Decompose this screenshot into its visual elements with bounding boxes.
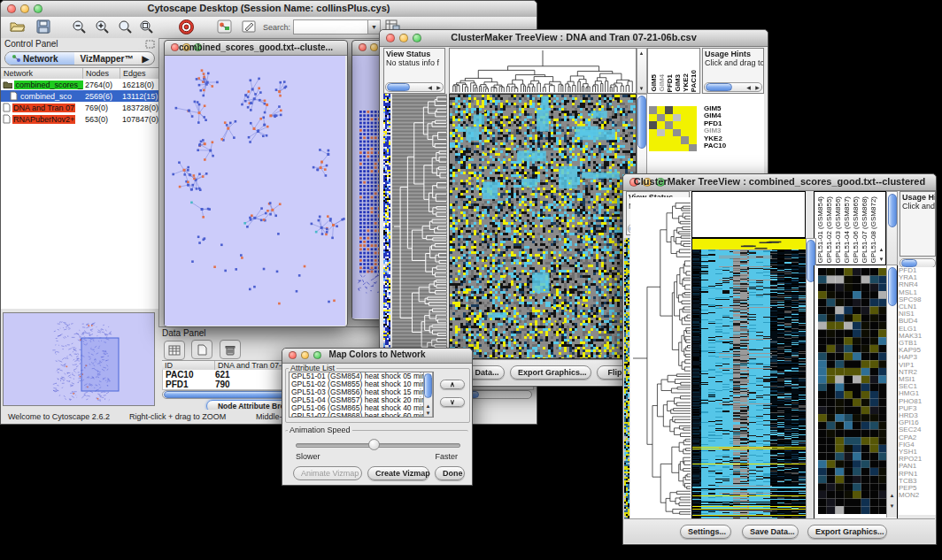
create-vizmap-button[interactable]: Create Vizmap [367, 466, 429, 480]
tv2-labels-up-icon[interactable]: ▲ [877, 247, 885, 252]
matrix-cell [689, 114, 697, 122]
folder-icon [3, 81, 12, 89]
tv2-column-labels: GPL51-01 (GSM854)GPL51-02 (GSM855)GPL51-… [816, 191, 878, 264]
matrix-cell [657, 121, 665, 129]
network-row[interactable]: DNA and Tran 07 769(0) 183728(0) [1, 102, 158, 113]
annotation-icon[interactable] [242, 19, 257, 34]
matrix-cell [681, 121, 689, 129]
matrix-cell [649, 136, 657, 144]
tv2-usage-hints-panel: Usage Hi Click and [900, 191, 936, 257]
matrix-cell [665, 144, 673, 152]
network-tab-icon [12, 54, 20, 63]
tv2-labels-vscroll[interactable] [886, 191, 898, 265]
new-attribute-icon[interactable] [191, 340, 212, 359]
matrix-cell [665, 136, 673, 144]
file-icon [3, 103, 11, 112]
network-table-header: Network Nodes Edges [1, 67, 158, 80]
matrix-cell [657, 129, 665, 137]
tv1-row-dendrogram[interactable] [392, 94, 447, 359]
tv1-column-dendrogram-panel[interactable] [449, 48, 637, 94]
tv1-usage-hints-panel: Usage Hints Click and drag tc ◀▶ [702, 48, 764, 94]
network-overview-panel[interactable] [3, 312, 155, 406]
tv2-export-graphics-button[interactable]: Export Graphics... [807, 525, 887, 539]
tab-vizmapper[interactable]: VizMapper™ [74, 52, 140, 65]
tv1-usage-scrollbar[interactable]: ◀▶ [704, 82, 762, 92]
help-lifebuoy-icon[interactable] [178, 19, 195, 35]
tv2-heatmap[interactable] [691, 238, 807, 519]
tv1-col-vscroll[interactable]: ▲▼ [637, 48, 647, 94]
tv2-settings-button[interactable]: Settings... [680, 525, 731, 539]
move-attribute-up-button[interactable]: ∧ [440, 380, 465, 389]
tv2-column-label: GPL51-06 (GSM865) [852, 196, 861, 264]
tv1-status-scrollbar[interactable]: ◀▶ [385, 82, 444, 92]
treeview-dna-title: ClusterMaker TreeView : DNA and Tran 07-… [380, 32, 768, 42]
search-input[interactable] [293, 19, 369, 35]
tab-overflow-arrow-icon[interactable]: ▶ [139, 52, 154, 65]
network-overview-canvas[interactable] [4, 313, 154, 405]
tv2-labels-down-icon[interactable]: ▼ [877, 257, 885, 262]
zoom-out-icon[interactable] [72, 19, 88, 35]
tv2-zoom-vscroll[interactable]: ▲▼ [886, 265, 897, 518]
close-button[interactable] [359, 43, 367, 51]
network-table: combined_scores_ 2764(0) 16218(0) combin… [1, 79, 158, 309]
save-icon[interactable] [36, 19, 50, 34]
main-window-title: Cytoscape Desktop (Session Name: collins… [1, 3, 537, 13]
matrix-cell [681, 106, 689, 114]
tv2-save-data-button[interactable]: Save Data... [742, 525, 799, 539]
slider-thumb[interactable] [368, 439, 380, 450]
animate-vizmap-button[interactable]: Animate Vizmap [293, 466, 362, 480]
animation-group: Animation Speed Slower Faster [285, 430, 468, 463]
tv2-row-dendrogram[interactable] [630, 197, 691, 519]
tv2-global-overview-strip[interactable] [624, 238, 629, 519]
zoom-selected-icon[interactable] [118, 19, 134, 35]
tv1-view-status-text: No status info f [384, 58, 444, 69]
attribute-list[interactable]: GPL51-01 (GSM854) heat shock 05 minGPL51… [289, 372, 434, 418]
network-row[interactable]: combined_sco 2569(6) 13112(15) [1, 90, 158, 102]
open-file-icon[interactable] [10, 19, 26, 34]
done-button[interactable]: Done [435, 466, 465, 480]
matrix-cell [657, 136, 665, 144]
matrix-cell [681, 114, 689, 122]
tv2-column-tree-panel [691, 191, 806, 238]
desktop: Cytoscape Desktop (Session Name: collins… [0, 0, 942, 560]
attribute-select-icon[interactable] [164, 341, 185, 360]
tv1-usage-hints-text: Click and drag tc [703, 58, 763, 69]
main-titlebar[interactable]: Cytoscape Desktop (Session Name: collins… [1, 1, 537, 18]
attribute-list-vscroll[interactable]: ▲▼ [423, 372, 433, 417]
tv1-zoom-matrix[interactable] [649, 106, 697, 151]
tv1-export-graphics-button[interactable]: Export Graphics... [510, 365, 591, 380]
tv1-column-label: GIM4 [658, 74, 666, 92]
tv1-column-label: GIM3 [674, 74, 682, 92]
gene-label[interactable]: PAC10 [704, 142, 726, 150]
matrix-cell [673, 136, 681, 144]
matrix-cell [673, 121, 681, 129]
network-row[interactable]: RNAPuberNov2+ 563(0) 107847(0) [1, 113, 158, 125]
matrix-cell [665, 129, 673, 137]
tv1-column-label: PFD1 [666, 74, 674, 92]
tv2-column-labels-panel: GPL51-01 (GSM854)GPL51-02 (GSM855)GPL51-… [814, 191, 886, 265]
status-welcome: Welcome to Cytoscape 2.6.2 [8, 412, 110, 421]
move-attribute-down-button[interactable]: ∨ [440, 397, 465, 407]
matrix-cell [673, 114, 681, 122]
vizmapper-icon[interactable] [217, 19, 232, 34]
network-row[interactable]: combined_scores_ 2764(0) 16218(0) [1, 79, 158, 90]
network-canvas-1[interactable] [165, 56, 345, 326]
tab-network[interactable]: Network [5, 52, 74, 65]
tv2-zoom-heatmap[interactable] [818, 268, 887, 514]
minimize-button[interactable] [370, 43, 378, 51]
attribute-item[interactable]: GPL51-07 (GSM868) heat shock 60 min [290, 412, 423, 418]
matrix-cell [649, 106, 657, 114]
matrix-cell [657, 144, 665, 152]
status-zoom-hint: Right-click + drag to ZOOM [129, 412, 226, 421]
zoom-in-icon[interactable] [95, 19, 111, 35]
attribute-group: Attribute List GPL51-01 (GSM854) heat sh… [285, 368, 470, 423]
matrix-cell [689, 136, 697, 144]
tv1-heatmap[interactable] [449, 94, 637, 359]
float-panel-icon[interactable] [145, 40, 155, 49]
gene-label[interactable]: MON2 [899, 492, 936, 499]
zoom-fit-icon[interactable] [139, 19, 155, 35]
tv2-column-label: GPL51-03 (GSM856) [834, 196, 843, 264]
tv1-global-overview-strip[interactable] [383, 94, 390, 359]
delete-attribute-trash-icon[interactable] [220, 340, 241, 359]
network-view-title: combined_scores_good.txt--cluste... [165, 42, 347, 52]
